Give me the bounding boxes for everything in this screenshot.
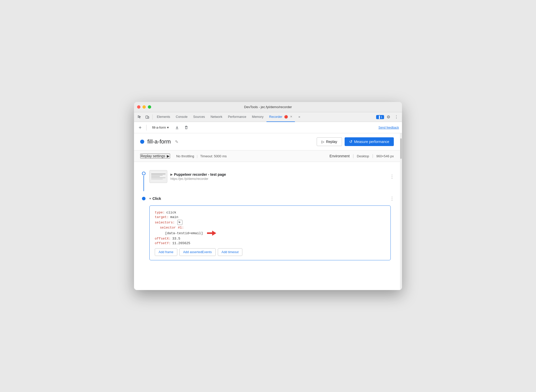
click-step-menu-button[interactable]: ⋮ bbox=[388, 195, 396, 202]
inspect-icon[interactable] bbox=[136, 114, 143, 120]
add-timeout-button[interactable]: Add timeout bbox=[218, 248, 243, 256]
toolbar-separator bbox=[146, 125, 147, 130]
tab-recorder[interactable]: Recorder 🔴 ✕ bbox=[266, 112, 295, 122]
svg-rect-0 bbox=[146, 116, 148, 118]
click-code-block: type: click target: main selectors: bbox=[149, 205, 391, 260]
tab-close-icon[interactable]: ✕ bbox=[290, 115, 292, 118]
close-button[interactable] bbox=[137, 105, 140, 109]
expand-icon: ▶ bbox=[167, 154, 170, 158]
action-buttons: Add frame Add assertedEvents Add timeout bbox=[155, 248, 385, 256]
click-step-title: Click bbox=[152, 197, 161, 201]
scrollbar-thumb[interactable] bbox=[400, 138, 402, 159]
code-offsetY-line: offsetY: 11.265625 bbox=[155, 241, 385, 245]
pencil-icon: ✎ bbox=[175, 139, 178, 144]
code-selector1-val-line: [data-testid=email] bbox=[155, 230, 385, 236]
replay-settings-bar: Replay settings ▶ No throttling | Timeou… bbox=[134, 150, 400, 162]
step-timeline-click bbox=[138, 195, 149, 200]
replay-button[interactable]: ▷ Replay bbox=[317, 137, 342, 146]
more-options-icon[interactable]: ⋮ bbox=[393, 114, 400, 120]
click-step: ▾ Click ⋮ type: click bbox=[138, 193, 396, 266]
tab-separator bbox=[152, 115, 153, 120]
add-frame-button[interactable]: Add frame bbox=[155, 248, 177, 256]
tab-overflow[interactable]: » bbox=[296, 112, 303, 122]
selector-icon bbox=[177, 220, 182, 225]
collapse-icon: ▾ bbox=[149, 197, 151, 200]
navigate-step-menu-button[interactable]: ⋮ bbox=[388, 173, 396, 180]
navigate-step-url: https://jec.fyi/demo/recorder bbox=[170, 177, 385, 181]
dropdown-arrow-icon: ▾ bbox=[167, 126, 169, 129]
tab-memory[interactable]: Memory bbox=[249, 112, 266, 122]
content-area: fill-a-form ✎ ▷ Replay ↺ Measure perform… bbox=[134, 133, 402, 290]
minimize-button[interactable] bbox=[142, 105, 146, 109]
code-offsetX-line: offsetX: 33.5 bbox=[155, 237, 385, 241]
recording-status-dot bbox=[140, 140, 144, 144]
click-step-header: ▾ Click ⋮ bbox=[149, 195, 396, 203]
tab-sources[interactable]: Sources bbox=[191, 112, 208, 122]
devtools-window: DevTools - jec.fyi/demo/recorder Element… bbox=[134, 102, 402, 290]
recorder-toolbar: + fill-a-form ▾ Send feedback bbox=[134, 122, 402, 133]
code-type-line: type: click bbox=[155, 211, 385, 214]
navigate-content: ▶ Puppeteer recorder - test page https:/… bbox=[149, 170, 396, 183]
tab-network[interactable]: Network bbox=[208, 112, 225, 122]
svg-marker-2 bbox=[207, 231, 216, 236]
code-target-line: target: main bbox=[155, 215, 385, 219]
step-dot-click bbox=[142, 197, 146, 200]
recording-actions: ▷ Replay ↺ Measure performance bbox=[317, 137, 394, 146]
recording-name: fill-a-form bbox=[147, 138, 171, 145]
settings-icon[interactable]: ⚙ bbox=[385, 114, 392, 120]
add-asserted-events-button[interactable]: Add assertedEvents bbox=[179, 248, 216, 256]
steps-list: ▶ Puppeteer recorder - test page https:/… bbox=[134, 166, 396, 286]
navigate-step: ▶ Puppeteer recorder - test page https:/… bbox=[138, 166, 396, 193]
environment-section: Environment | Desktop | 960×546 px bbox=[329, 154, 394, 158]
chat-badge[interactable]: ▐ 1 bbox=[376, 115, 384, 119]
add-recording-button[interactable]: + bbox=[137, 125, 143, 131]
recording-header: fill-a-form ✎ ▷ Replay ↺ Measure perform… bbox=[134, 133, 400, 150]
step-timeline-navigate bbox=[138, 170, 149, 191]
navigate-step-title: ▶ Puppeteer recorder - test page bbox=[170, 172, 385, 177]
page-thumbnail bbox=[149, 170, 167, 183]
code-selector1-line: selector #1: bbox=[155, 226, 385, 230]
click-content: ▾ Click ⋮ type: click bbox=[149, 195, 396, 262]
tab-performance[interactable]: Performance bbox=[225, 112, 249, 122]
replay-settings-info: No throttling | Timeout: 5000 ms bbox=[176, 154, 227, 158]
device-icon[interactable] bbox=[144, 114, 151, 120]
devtools-right-actions: ▐ 1 ⚙ ⋮ bbox=[376, 114, 400, 120]
scrollbar-track[interactable] bbox=[400, 133, 402, 290]
maximize-button[interactable] bbox=[148, 105, 151, 109]
measure-performance-button[interactable]: ↺ Measure performance bbox=[345, 137, 394, 146]
measure-icon: ↺ bbox=[349, 139, 353, 144]
tab-console[interactable]: Console bbox=[173, 112, 190, 122]
expand-arrow-icon: ▶ bbox=[170, 173, 172, 176]
tab-elements[interactable]: Elements bbox=[154, 112, 173, 122]
send-feedback-button[interactable]: Send feedback bbox=[378, 126, 399, 129]
recording-selector[interactable]: fill-a-form ▾ bbox=[150, 125, 171, 130]
steps-area: ▶ Puppeteer recorder - test page https:/… bbox=[134, 162, 400, 290]
window-title: DevTools - jec.fyi/demo/recorder bbox=[244, 105, 292, 109]
titlebar: DevTools - jec.fyi/demo/recorder bbox=[134, 102, 402, 112]
replay-settings-toggle[interactable]: Replay settings ▶ bbox=[140, 153, 170, 159]
navigate-info: ▶ Puppeteer recorder - test page https:/… bbox=[170, 172, 385, 181]
devtools-tabbar: Elements Console Sources Network Perform… bbox=[134, 112, 402, 122]
red-arrow-icon bbox=[207, 230, 216, 236]
play-icon: ▷ bbox=[322, 140, 324, 144]
timeline-line bbox=[143, 176, 144, 191]
window-controls bbox=[137, 105, 151, 109]
edit-name-button[interactable]: ✎ bbox=[174, 138, 179, 145]
step-dot-navigate bbox=[142, 172, 146, 175]
recorder-main: fill-a-form ✎ ▷ Replay ↺ Measure perform… bbox=[134, 133, 400, 290]
code-selectors-line: selectors: bbox=[155, 220, 385, 225]
download-button[interactable] bbox=[173, 125, 181, 131]
delete-button[interactable] bbox=[183, 125, 190, 131]
svg-rect-1 bbox=[148, 117, 149, 118]
